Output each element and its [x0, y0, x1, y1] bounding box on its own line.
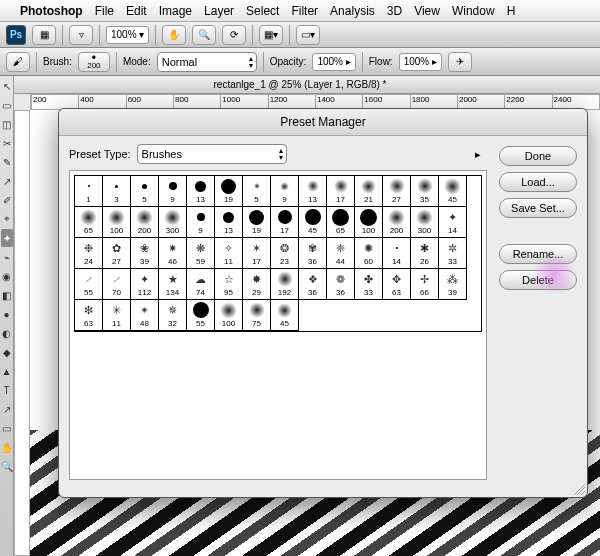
brush-preset[interactable]: ✦112	[130, 268, 159, 300]
brush-preset[interactable]: ☆95	[214, 268, 243, 300]
brush-preset[interactable]: ⟋70	[102, 268, 131, 300]
brush-grid[interactable]: 1359131959131721273545651002003009131917…	[74, 175, 482, 332]
tool-12[interactable]: ●	[1, 305, 13, 323]
tool-preset-picker[interactable]: 🖌	[6, 52, 30, 72]
brush-preset[interactable]: 45	[270, 299, 299, 331]
brush-preset[interactable]: 35	[410, 175, 439, 207]
brush-preset[interactable]: 14	[382, 237, 411, 269]
brush-preset[interactable]: ✥63	[382, 268, 411, 300]
brush-preset[interactable]: 65	[326, 206, 355, 238]
brush-preset[interactable]: 9	[270, 175, 299, 207]
tool-13[interactable]: ◐	[1, 324, 13, 342]
brush-preset[interactable]: ☁74	[186, 268, 215, 300]
brush-preset[interactable]: 5	[242, 175, 271, 207]
brush-preset[interactable]: ❖36	[298, 268, 327, 300]
tool-17[interactable]: ↗	[1, 400, 13, 418]
tool-14[interactable]: ◆	[1, 343, 13, 361]
tool-7[interactable]: ⌖	[1, 210, 13, 228]
tool-5[interactable]: ↗	[1, 172, 13, 190]
brush-preset[interactable]: 200	[382, 206, 411, 238]
brush-preset[interactable]: 55	[186, 299, 215, 331]
tool-4[interactable]: ✎	[1, 153, 13, 171]
brush-preset[interactable]: 300	[158, 206, 187, 238]
menu-edit[interactable]: Edit	[126, 4, 147, 18]
flow-field[interactable]: 100% ▸	[399, 53, 442, 71]
brush-preset[interactable]: ✱26	[410, 237, 439, 269]
menu-view[interactable]: View	[414, 4, 440, 18]
brush-preset[interactable]: 45	[298, 206, 327, 238]
tool-9[interactable]: ⌁	[1, 248, 13, 266]
brush-preset[interactable]: 13	[298, 175, 327, 207]
zoom-level-field[interactable]: 100% ▾	[106, 26, 149, 44]
zoom-tool-button[interactable]: 🔍	[192, 25, 216, 45]
tool-6[interactable]: ✐	[1, 191, 13, 209]
brush-preset[interactable]: 65	[74, 206, 103, 238]
opacity-field[interactable]: 100% ▸	[312, 53, 355, 71]
screen-mode-button[interactable]: ▭▾	[296, 25, 320, 45]
brush-preset[interactable]: ✴48	[130, 299, 159, 331]
brush-preset[interactable]: 9	[158, 175, 187, 207]
brush-preset[interactable]: 45	[438, 175, 467, 207]
brush-preset[interactable]: 3	[102, 175, 131, 207]
brush-preset[interactable]: ❈44	[326, 237, 355, 269]
menu-3d[interactable]: 3D	[387, 4, 402, 18]
view-extras-button[interactable]: ▿	[69, 25, 93, 45]
blend-mode-select[interactable]: Normal ▴▾	[157, 52, 257, 72]
brush-preset[interactable]: ⟋55	[74, 268, 103, 300]
brush-preset[interactable]: 21	[354, 175, 383, 207]
tool-0[interactable]: ↖	[1, 77, 13, 95]
brush-preset[interactable]: 5	[130, 175, 159, 207]
brush-preset[interactable]: 100	[214, 299, 243, 331]
brush-preset[interactable]: ✵32	[158, 299, 187, 331]
menu-photoshop[interactable]: Photoshop	[20, 4, 83, 18]
rotate-view-button[interactable]: ⟳	[222, 25, 246, 45]
brush-preset[interactable]: 19	[214, 175, 243, 207]
brush-preset[interactable]: ✦14	[438, 206, 467, 238]
brush-preset[interactable]: 300	[410, 206, 439, 238]
menu-analysis[interactable]: Analysis	[330, 4, 375, 18]
brush-preset[interactable]: ★134	[158, 268, 187, 300]
brush-preset[interactable]: ✧11	[214, 237, 243, 269]
delete-button[interactable]: Delete	[499, 270, 577, 290]
tool-15[interactable]: ▲	[1, 362, 13, 380]
tool-20[interactable]: 🔍	[1, 457, 13, 475]
tool-11[interactable]: ◧	[1, 286, 13, 304]
menu-select[interactable]: Select	[246, 4, 279, 18]
brush-preset-picker[interactable]: • 200	[78, 52, 110, 72]
menu-image[interactable]: Image	[159, 4, 192, 18]
menu-window[interactable]: Window	[452, 4, 495, 18]
brush-preset[interactable]: ❉24	[74, 237, 103, 269]
brush-preset[interactable]: ✶17	[242, 237, 271, 269]
brush-preset[interactable]: ✲33	[438, 237, 467, 269]
menu-help[interactable]: H	[507, 4, 516, 18]
brush-preset[interactable]: 27	[382, 175, 411, 207]
brush-preset[interactable]: ✳11	[102, 299, 131, 331]
tool-3[interactable]: ✂	[1, 134, 13, 152]
brush-preset[interactable]: ⁂39	[438, 268, 467, 300]
brush-preset[interactable]: 100	[354, 206, 383, 238]
arrange-documents-button[interactable]: ▦▾	[259, 25, 283, 45]
rename-button[interactable]: Rename...	[499, 244, 577, 264]
airbrush-button[interactable]: ✈	[448, 52, 472, 72]
save-set-button[interactable]: Save Set...	[499, 198, 577, 218]
brush-preset[interactable]: 13	[214, 206, 243, 238]
load-button[interactable]: Load...	[499, 172, 577, 192]
brush-preset[interactable]: ❂23	[270, 237, 299, 269]
tool-1[interactable]: ▭	[1, 96, 13, 114]
brush-preset[interactable]: ✾36	[298, 237, 327, 269]
brush-preset[interactable]: 192	[270, 268, 299, 300]
brush-preset[interactable]: 19	[242, 206, 271, 238]
brush-preset[interactable]: ✷46	[158, 237, 187, 269]
brush-preset[interactable]: ✸29	[242, 268, 271, 300]
menu-filter[interactable]: Filter	[291, 4, 318, 18]
resize-handle[interactable]	[573, 483, 585, 495]
menu-file[interactable]: File	[95, 4, 114, 18]
brush-preset[interactable]: 100	[102, 206, 131, 238]
brush-preset[interactable]: 13	[186, 175, 215, 207]
preset-type-select[interactable]: Brushes ▴▾	[137, 144, 287, 164]
launch-bridge-button[interactable]: ▦	[32, 25, 56, 45]
brush-preset[interactable]: 9	[186, 206, 215, 238]
brush-preset[interactable]: ✢66	[410, 268, 439, 300]
brush-preset[interactable]: 17	[270, 206, 299, 238]
brush-preset[interactable]: 17	[326, 175, 355, 207]
